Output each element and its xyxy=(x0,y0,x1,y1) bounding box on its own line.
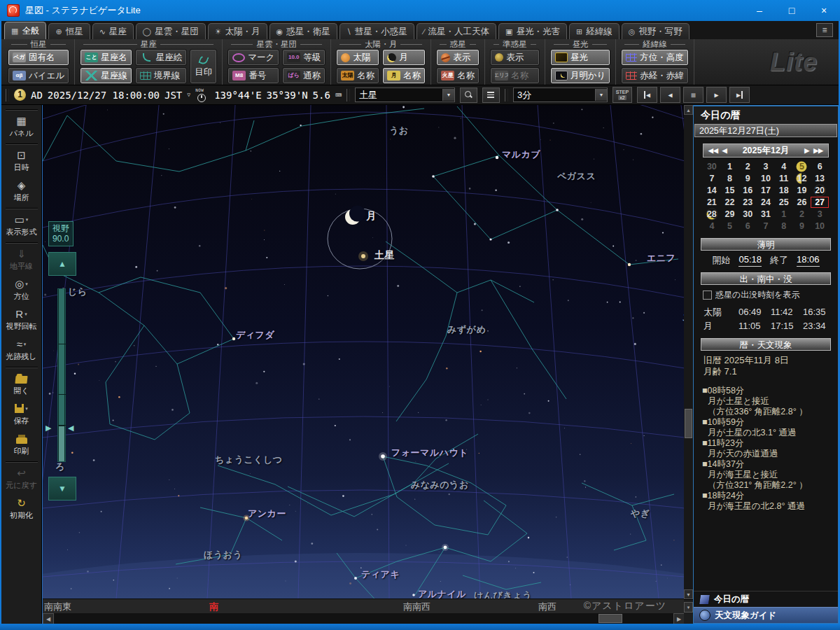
limiting-magnitude-value[interactable]: 5.6 xyxy=(313,90,330,101)
proper-name-button[interactable]: ペガ固有名 xyxy=(8,49,69,66)
azimuth-grid-button[interactable]: 方位・高度 xyxy=(621,49,689,66)
scroll-down-icon[interactable]: ▼ xyxy=(684,589,693,599)
minimize-button[interactable]: – xyxy=(743,0,776,21)
calendar-day[interactable]: 10 xyxy=(811,220,829,232)
scroll-up-icon[interactable]: ▲ xyxy=(684,105,693,115)
calendar-next-month-button[interactable]: ▶ xyxy=(802,147,811,154)
tab-constellations[interactable]: ∿星座 xyxy=(92,23,134,39)
equatorial-grid-button[interactable]: 赤経・赤緯 xyxy=(621,67,689,84)
tab-grid-lines[interactable]: ⊞経緯線 xyxy=(569,23,620,39)
datetime-value[interactable]: 2025/12/27 18:00:00 xyxy=(48,90,160,101)
sidebar-item-light-trail[interactable]: ≈▾光跡残し xyxy=(1,335,41,365)
first-button[interactable]: ◀ xyxy=(637,87,657,103)
planet-show-button[interactable]: 表示 xyxy=(436,49,479,66)
latitude-value[interactable]: 35°39'N xyxy=(267,90,308,101)
const-art-button[interactable]: 星座絵 xyxy=(135,49,188,66)
sidebar-item-save[interactable]: ▾保存 xyxy=(1,400,41,430)
time-step-dropdown-icon[interactable]: ▼ xyxy=(595,89,607,101)
calendar-day[interactable]: 3 xyxy=(757,161,775,172)
vertical-scroll-thumb[interactable] xyxy=(685,409,692,438)
bayer-button[interactable]: αβバイエル xyxy=(8,67,69,84)
panel-tab-phenomena-guide[interactable]: 天文現象ガイド xyxy=(694,607,838,623)
moon-button[interactable]: 月 xyxy=(382,49,426,66)
time-step-select[interactable]: 3分 ▼ xyxy=(513,88,608,102)
menu-icon[interactable]: ≡ xyxy=(816,23,833,37)
sidebar-item-panel[interactable]: ▦パネル xyxy=(1,112,41,142)
dropdown-icon[interactable]: ▾ xyxy=(25,281,28,287)
calendar-day[interactable]: 7 xyxy=(703,173,721,184)
dwarf-show-button[interactable]: 表示 xyxy=(490,49,540,66)
calendar-day[interactable]: 13 xyxy=(811,173,829,184)
target-dropdown-icon[interactable]: ▼ xyxy=(442,89,454,101)
calendar-day[interactable]: 26 xyxy=(793,197,811,208)
sidebar-item-open[interactable]: 開く xyxy=(1,370,41,400)
calendar-day[interactable]: 1 xyxy=(721,161,739,172)
tab-sun-moon[interactable]: ☀太陽・月 xyxy=(208,23,267,39)
sidebar-item-datetime[interactable]: ⊡日時 xyxy=(1,146,41,176)
panel-tab-today-calendar[interactable]: 今日の暦 xyxy=(694,592,838,607)
const-name-button[interactable]: こと星座名 xyxy=(80,49,132,66)
calendar-day[interactable]: 29 xyxy=(721,209,739,220)
scroll-right-icon[interactable]: ▶ xyxy=(673,613,685,624)
timezone-value[interactable]: JST xyxy=(164,90,182,101)
tab-fixed-stars[interactable]: ⊕恒星 xyxy=(48,23,90,39)
fov-slider-handle[interactable]: ▶ xyxy=(46,424,51,433)
calendar-day[interactable]: 5 xyxy=(721,220,739,232)
calendar-day[interactable]: 2 xyxy=(738,161,757,172)
calendar-day[interactable]: 17 xyxy=(757,185,775,196)
calendar-day[interactable]: 12 xyxy=(793,173,811,184)
tab-nebulae[interactable]: ◯星雲・星団 xyxy=(136,23,206,39)
sidebar-item-azimuth[interactable]: ◎▾方位 xyxy=(1,275,41,305)
calendar-day[interactable]: 28 xyxy=(703,209,721,220)
calendar-day[interactable]: 23 xyxy=(738,197,757,208)
calendar-day[interactable]: 30 xyxy=(703,161,721,172)
calendar-day[interactable]: 19 xyxy=(793,185,811,196)
calendar-day[interactable]: 11 xyxy=(775,173,793,184)
sidebar-item-display-format[interactable]: ▭▾表示形式 xyxy=(1,211,41,241)
now-clock-icon[interactable]: NOW xyxy=(195,88,209,102)
calendar-day[interactable]: 2 xyxy=(793,209,811,220)
dropdown-icon[interactable]: ▾ xyxy=(25,406,28,412)
maximize-button[interactable]: □ xyxy=(776,0,808,21)
calendar-day[interactable]: 4 xyxy=(703,220,721,232)
calendar-day[interactable]: 18 xyxy=(775,185,793,196)
calendar-day[interactable]: 6 xyxy=(738,220,757,232)
calendar-day[interactable]: 3 xyxy=(811,209,829,220)
pane-corner-dropdown-icon[interactable]: ▼ xyxy=(684,602,693,612)
calendar-day[interactable]: 8 xyxy=(721,173,739,184)
vertical-scrollbar[interactable]: ▲ ▼ ▼ xyxy=(684,105,693,624)
calendar-day[interactable]: 7 xyxy=(757,220,775,232)
tab-general[interactable]: ▦全般 xyxy=(4,22,46,39)
keyboard-icon[interactable]: ⌨ xyxy=(335,89,342,102)
calendar-day[interactable]: 21 xyxy=(703,197,721,208)
dropdown-icon[interactable]: ▾ xyxy=(26,217,29,223)
sidebar-item-fov-rotation[interactable]: R▾視野回転 xyxy=(1,305,41,335)
planet-name-button[interactable]: 火星名称 xyxy=(436,67,479,84)
calendar-day[interactable]: 8 xyxy=(775,220,793,232)
calendar-day[interactable]: 24 xyxy=(757,197,775,208)
landmark-button[interactable]: 目印 xyxy=(190,49,217,84)
timezone-dropdown-icon[interactable]: ▽ xyxy=(187,92,190,98)
scroll-left-icon[interactable]: ◀ xyxy=(43,613,54,624)
tab-comets[interactable]: ∖彗星・小惑星 xyxy=(340,23,414,39)
calendar-prev-year-button[interactable]: ◀◀ xyxy=(706,147,720,154)
moon-name-button[interactable]: 月名称 xyxy=(382,67,426,84)
moonlight-button[interactable]: 月明かり xyxy=(550,67,611,84)
mark-button[interactable]: マーク xyxy=(227,49,279,66)
saturn-symbol[interactable] xyxy=(358,251,368,261)
calendar-day[interactable]: 16 xyxy=(738,185,757,196)
const-line-button[interactable]: 星座線 xyxy=(80,67,132,84)
sidebar-item-reset[interactable]: ↻初期化 xyxy=(1,494,41,524)
dropdown-icon[interactable]: ▾ xyxy=(24,342,27,347)
calendar-day[interactable]: 15 xyxy=(721,185,739,196)
zoom-in-button[interactable]: ▲ xyxy=(48,252,76,276)
target-select[interactable]: 土星 ▼ xyxy=(355,88,455,102)
longitude-value[interactable]: 139°44'E xyxy=(214,90,261,101)
calendar-day[interactable]: 1 xyxy=(775,209,793,220)
horizontal-scrollbar[interactable]: ◀ ▶ xyxy=(43,613,685,624)
calendar-day[interactable]: 20 xyxy=(811,185,829,196)
calendar-day[interactable]: 14 xyxy=(703,185,721,196)
close-button[interactable]: × xyxy=(808,0,840,21)
stop-button[interactable]: ■ xyxy=(683,87,704,103)
fov-slider[interactable] xyxy=(57,288,66,462)
